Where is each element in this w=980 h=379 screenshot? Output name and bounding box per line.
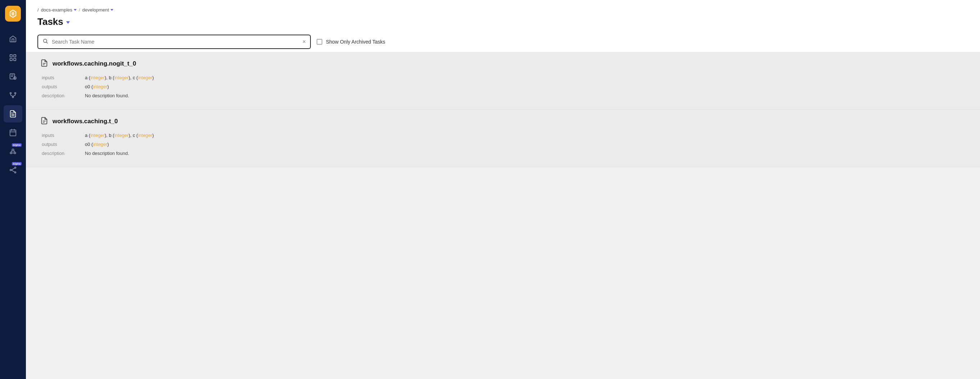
svg-rect-11	[10, 130, 16, 136]
task-outputs-row: outputs o0 (integer)	[40, 142, 966, 147]
task-inputs-row: inputs a (integer), b (integer), c (inte…	[40, 75, 966, 80]
sidebar-item-tasks[interactable]	[3, 105, 22, 123]
breadcrumb-docs-examples[interactable]: docs-examples	[41, 7, 76, 13]
task-name[interactable]: workflows.caching.t_0	[52, 118, 118, 125]
svg-rect-2	[10, 58, 12, 61]
breadcrumb-development-label: development	[83, 7, 109, 13]
sidebar-item-dashboard[interactable]	[3, 49, 22, 66]
breadcrumb-docs-examples-chevron	[74, 9, 76, 11]
main-content: / docs-examples / development Tasks	[26, 0, 980, 379]
search-input[interactable]	[52, 39, 299, 45]
breadcrumb: / docs-examples / development	[37, 7, 969, 13]
task-description-row: description No description found.	[40, 93, 966, 98]
svg-rect-0	[10, 55, 12, 57]
logo[interactable]	[5, 6, 21, 22]
outputs-label: outputs	[42, 142, 85, 147]
breadcrumb-development[interactable]: development	[83, 7, 113, 13]
inputs-value: a (integer), b (integer), c (integer)	[85, 133, 154, 138]
header: / docs-examples / development Tasks	[26, 0, 980, 35]
task-name[interactable]: workflows.caching.nogit_t_0	[52, 60, 136, 67]
sidebar-item-schedule[interactable]	[3, 124, 22, 141]
inputs-value: a (integer), b (integer), c (integer)	[85, 75, 154, 80]
svg-rect-1	[14, 55, 16, 57]
inputs-label: inputs	[42, 75, 85, 80]
task-header: workflows.caching.t_0	[40, 117, 966, 126]
description-label: description	[42, 150, 85, 156]
alpha-badge: Alpha	[12, 143, 22, 147]
search-clear-button[interactable]: ×	[302, 39, 306, 45]
page-title: Tasks	[37, 16, 63, 27]
inputs-label: inputs	[42, 133, 85, 138]
search-box: ×	[37, 35, 311, 49]
task-card: workflows.caching.nogit_t_0 inputs a (in…	[26, 52, 980, 110]
task-outputs-row: outputs o0 (integer)	[40, 84, 966, 90]
breadcrumb-sep-slash2: /	[79, 7, 80, 13]
outputs-value: o0 (integer)	[85, 84, 109, 90]
task-card: workflows.caching.t_0 inputs a (integer)…	[26, 110, 980, 167]
search-row: × Show Only Archived Tasks	[26, 35, 980, 49]
outputs-label: outputs	[42, 84, 85, 90]
archive-checkbox[interactable]	[317, 39, 322, 45]
outputs-value: o0 (integer)	[85, 142, 109, 147]
alpha-badge-2: Alpha	[12, 162, 22, 165]
archive-filter-label: Show Only Archived Tasks	[326, 39, 385, 45]
description-value: No description found.	[85, 150, 129, 156]
task-inputs-row: inputs a (integer), b (integer), c (inte…	[40, 133, 966, 138]
archive-filter-row: Show Only Archived Tasks	[317, 39, 385, 45]
svg-rect-3	[14, 58, 16, 61]
task-file-icon	[40, 117, 48, 126]
description-label: description	[42, 93, 85, 98]
sidebar-item-agents[interactable]: Alpha	[3, 143, 22, 160]
tasks-list: workflows.caching.nogit_t_0 inputs a (in…	[26, 52, 980, 379]
search-icon	[43, 38, 48, 45]
page-title-row: Tasks	[37, 16, 969, 27]
breadcrumb-development-chevron	[110, 9, 113, 11]
task-description-row: description No description found.	[40, 150, 966, 156]
page-title-chevron[interactable]	[66, 21, 70, 24]
breadcrumb-docs-examples-label: docs-examples	[41, 7, 72, 13]
breadcrumb-sep-slash: /	[37, 7, 39, 13]
svg-line-22	[46, 42, 48, 43]
sidebar-item-graph[interactable]: Alpha	[3, 162, 22, 179]
sidebar-nav: Alpha Alpha	[0, 30, 26, 179]
description-value: No description found.	[85, 93, 129, 98]
task-file-icon	[40, 59, 48, 69]
task-header: workflows.caching.nogit_t_0	[40, 59, 966, 69]
sidebar-item-home[interactable]	[3, 30, 22, 48]
sidebar-item-tasks-clock[interactable]	[3, 68, 22, 85]
sidebar: Alpha Alpha	[0, 0, 26, 379]
sidebar-item-pipelines[interactable]	[3, 86, 22, 104]
